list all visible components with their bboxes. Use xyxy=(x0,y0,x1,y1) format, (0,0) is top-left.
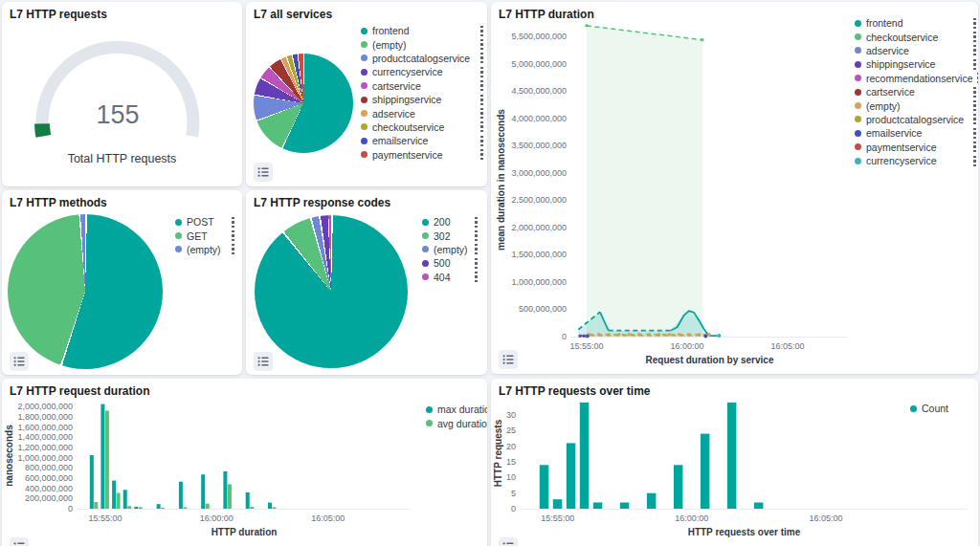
legend-color-dot xyxy=(361,138,368,144)
legend-item[interactable]: currencyservice xyxy=(361,65,483,78)
legend-actions-icon[interactable] xyxy=(475,217,478,228)
legend-actions-icon[interactable] xyxy=(973,156,976,166)
legend-item[interactable]: Count xyxy=(910,402,964,415)
legend-actions-icon[interactable] xyxy=(973,32,976,42)
legend-actions-icon[interactable] xyxy=(973,59,976,70)
legend-actions-icon[interactable] xyxy=(475,244,478,254)
legend-actions-icon[interactable] xyxy=(973,100,976,111)
legend-toggle-button[interactable] xyxy=(499,350,518,369)
legend-item[interactable]: cartservice xyxy=(855,85,976,98)
legend-actions-icon[interactable] xyxy=(232,217,234,228)
legend-actions-icon[interactable] xyxy=(480,39,483,50)
legend-item[interactable]: emailservice xyxy=(855,126,976,140)
svg-text:0: 0 xyxy=(68,504,73,513)
legend-actions-icon[interactable] xyxy=(475,230,478,241)
svg-text:4,000,000,000: 4,000,000,000 xyxy=(511,114,567,123)
legend-label: checkoutservice xyxy=(866,32,938,43)
list-icon xyxy=(13,356,25,367)
svg-text:2,000,000,000: 2,000,000,000 xyxy=(17,402,73,411)
panel-title: L7 HTTP requests over time xyxy=(499,384,651,398)
legend-item[interactable]: paymentservice xyxy=(361,148,483,162)
requests-over-time-bar-chart[interactable]: 05101520253015:55:0016:00:0016:05:00HTTP… xyxy=(491,379,978,546)
legend-item[interactable]: shippingservice xyxy=(855,57,976,71)
legend-label: productcatalogservice xyxy=(866,114,964,125)
legend-actions-icon[interactable] xyxy=(973,87,976,98)
legend-item[interactable]: checkoutservice xyxy=(361,120,483,134)
gauge-caption: Total HTTP requests xyxy=(2,152,242,165)
legend-item[interactable]: productcatalogservice xyxy=(855,113,976,126)
legend-actions-icon[interactable] xyxy=(480,136,483,146)
gauge-value: 155 xyxy=(96,100,139,129)
legend-actions-icon[interactable] xyxy=(480,121,483,132)
legend-color-dot xyxy=(426,406,433,413)
methods-pie-chart[interactable] xyxy=(8,214,163,369)
svg-text:3,500,000,000: 3,500,000,000 xyxy=(511,141,567,150)
services-pie-chart[interactable] xyxy=(254,54,353,153)
legend-item[interactable]: 302 xyxy=(422,229,478,242)
legend-toggle-button[interactable] xyxy=(254,163,273,182)
dashboard: { "palette":{ "teal":"#00a69b","green":"… xyxy=(0,0,980,546)
legend-actions-icon[interactable] xyxy=(480,108,483,119)
svg-text:20: 20 xyxy=(506,442,516,451)
legend-label: currencyservice xyxy=(866,155,937,166)
legend-actions-icon[interactable] xyxy=(475,258,478,269)
legend-toggle-button[interactable] xyxy=(254,352,273,371)
legend-actions-icon[interactable] xyxy=(480,95,483,105)
legend-actions-icon[interactable] xyxy=(973,114,976,124)
legend-actions-icon[interactable] xyxy=(232,230,234,241)
legend-actions-icon[interactable] xyxy=(977,73,978,83)
legend-item[interactable]: paymentservice xyxy=(855,141,976,154)
legend-item[interactable]: POST xyxy=(175,215,234,229)
legend-item[interactable]: (empty) xyxy=(855,98,976,112)
legend-item[interactable]: GET xyxy=(175,229,234,242)
legend-item[interactable]: currencyservice xyxy=(855,154,976,167)
legend-label: (empty) xyxy=(866,100,901,112)
legend-item[interactable]: productcatalogservice xyxy=(361,52,483,65)
legend-label: frontend xyxy=(372,25,410,36)
legend-actions-icon[interactable] xyxy=(973,18,976,29)
legend-actions-icon[interactable] xyxy=(973,142,976,152)
legend-item[interactable]: cartservice xyxy=(361,79,483,93)
legend-actions-icon[interactable] xyxy=(480,80,483,91)
legend-actions-icon[interactable] xyxy=(480,149,483,160)
legend-actions-icon[interactable] xyxy=(480,53,483,63)
legend-item[interactable]: shippingservice xyxy=(361,93,483,106)
legend-toggle-button[interactable] xyxy=(499,537,518,546)
legend-actions-icon[interactable] xyxy=(475,272,478,282)
svg-text:400,000,000: 400,000,000 xyxy=(25,484,73,493)
codes-pie-chart[interactable] xyxy=(255,215,408,368)
legend: Count xyxy=(910,402,964,415)
svg-text:HTTP requests: HTTP requests xyxy=(493,419,503,487)
list-icon xyxy=(257,166,269,178)
legend-actions-icon[interactable] xyxy=(480,26,483,36)
legend-toggle-button[interactable] xyxy=(10,352,29,371)
legend-item[interactable]: frontend xyxy=(361,24,483,37)
legend-item[interactable]: (empty) xyxy=(175,243,234,256)
legend-item[interactable]: (empty) xyxy=(361,37,483,51)
legend-item[interactable]: adservice xyxy=(361,106,483,120)
legend-item[interactable]: (empty) xyxy=(422,243,478,256)
legend-item[interactable]: checkoutservice xyxy=(855,30,976,43)
legend-item[interactable]: avg duration xyxy=(426,416,487,429)
legend-actions-icon[interactable] xyxy=(973,45,976,55)
legend-item[interactable]: adservice xyxy=(855,44,976,57)
legend-item[interactable]: frontend xyxy=(855,16,976,30)
legend-label: 404 xyxy=(434,272,451,283)
legend-actions-icon[interactable] xyxy=(973,128,976,139)
legend-item[interactable]: max duration xyxy=(426,403,487,416)
legend-item[interactable]: emailservice xyxy=(361,134,483,147)
request-duration-bar-chart[interactable]: 0200,000,000400,000,000600,000,000800,00… xyxy=(2,379,487,546)
legend-item[interactable]: 200 xyxy=(422,215,478,229)
legend-actions-icon[interactable] xyxy=(232,244,234,254)
legend-label: (empty) xyxy=(434,244,468,255)
legend-color-dot xyxy=(361,123,368,130)
svg-text:1,500,000,000: 1,500,000,000 xyxy=(511,250,567,259)
legend-actions-icon[interactable] xyxy=(480,67,483,77)
legend-item[interactable]: 404 xyxy=(422,271,478,284)
legend-toggle-button[interactable] xyxy=(10,537,29,546)
svg-text:HTTP requests over time: HTTP requests over time xyxy=(688,527,801,537)
legend-item[interactable]: recommendationservice xyxy=(855,72,976,85)
legend-item[interactable]: 500 xyxy=(422,256,478,270)
legend-label: 500 xyxy=(434,257,451,269)
legend-color-dot xyxy=(855,20,861,27)
